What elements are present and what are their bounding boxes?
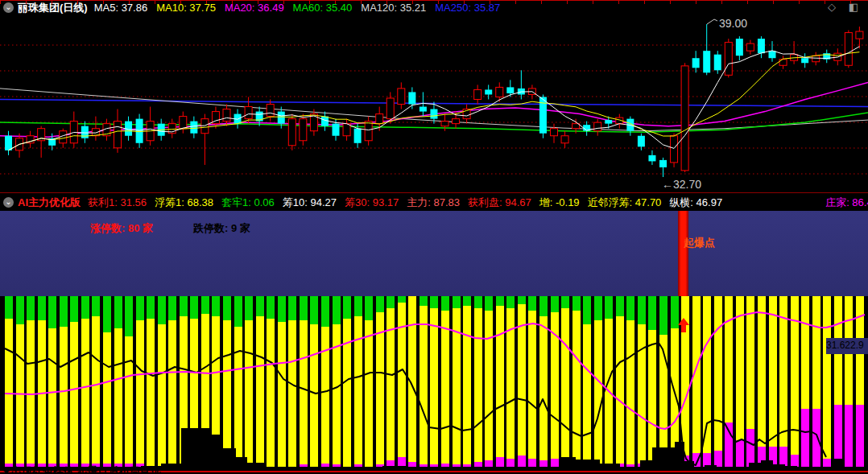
candle-body-down bbox=[5, 136, 12, 150]
green-cap bbox=[561, 296, 569, 308]
black-volume-bar bbox=[451, 468, 475, 470]
green-cap bbox=[453, 296, 461, 308]
indicator-bar bbox=[288, 296, 296, 467]
green-cap bbox=[430, 296, 438, 308]
explosion-marker-bar bbox=[678, 211, 688, 297]
ma-legend: MA5: 37.86MA10: 37.75MA20: 36.49MA60: 35… bbox=[94, 2, 510, 14]
green-cap bbox=[288, 296, 296, 320]
black-volume-bar bbox=[382, 466, 407, 470]
chevron-down-icon[interactable]: ⌄ bbox=[3, 2, 14, 13]
green-cap bbox=[386, 296, 395, 308]
chart-title: 丽珠集团(日线) bbox=[18, 1, 88, 15]
green-cap bbox=[333, 296, 341, 324]
magenta-bar bbox=[812, 409, 820, 467]
candle-body-up bbox=[746, 43, 754, 51]
candle-body-up bbox=[671, 136, 678, 163]
ma-legend-item-5: MA250: 35.87 bbox=[435, 2, 500, 14]
candle-body-up bbox=[496, 87, 503, 97]
indicator-bar bbox=[692, 296, 701, 467]
magenta-bar bbox=[823, 459, 831, 467]
black-volume-bar bbox=[640, 460, 652, 470]
candle-body-down bbox=[605, 120, 612, 124]
header-bar: ⌄ 丽珠集团(日线) MA5: 37.86MA10: 37.75MA20: 36… bbox=[0, 0, 868, 15]
indicator-bar bbox=[256, 296, 264, 467]
green-cap bbox=[136, 296, 144, 320]
magenta-bar bbox=[453, 464, 461, 467]
candle-body-up bbox=[288, 119, 296, 146]
black-volume-bar bbox=[560, 457, 576, 470]
candle-body-up bbox=[223, 109, 230, 122]
indicator-bar bbox=[136, 296, 144, 467]
candle-body-up bbox=[725, 43, 732, 76]
candle-body-up bbox=[594, 122, 601, 131]
chevron-down-icon[interactable]: ⌄ bbox=[3, 197, 14, 208]
green-cap bbox=[300, 296, 308, 320]
green-cap bbox=[659, 296, 668, 335]
green-cap bbox=[638, 296, 646, 324]
magenta-bar bbox=[856, 405, 864, 467]
indicator-bar bbox=[27, 296, 35, 467]
param-item-6: 获利盘: 94.67 bbox=[468, 196, 531, 208]
candle-body-up bbox=[681, 66, 688, 171]
black-volume-bar bbox=[694, 467, 705, 470]
black-volume-bar bbox=[785, 466, 797, 470]
black-volume-bar bbox=[576, 460, 600, 470]
stock-app-window: ⌄ 丽珠集团(日线) MA5: 37.86MA10: 37.75MA20: 36… bbox=[0, 0, 868, 474]
high-price-annotation: 39.00 bbox=[719, 17, 747, 30]
param-item-9: 纵横: 46.97 bbox=[669, 196, 722, 208]
candle-body-down bbox=[714, 55, 721, 71]
main-candlestick-chart[interactable]: 39.00←32.70 bbox=[0, 15, 868, 192]
indicator-name[interactable]: AI主力优化版 bbox=[18, 196, 81, 210]
green-cap bbox=[376, 296, 384, 312]
indicator-bar bbox=[769, 296, 777, 467]
indicator-bar bbox=[81, 296, 89, 467]
green-cap bbox=[267, 296, 275, 319]
candle-body-up bbox=[441, 122, 448, 126]
green-cap bbox=[92, 296, 100, 316]
magenta-bar bbox=[321, 464, 329, 467]
indicator-bar bbox=[168, 296, 176, 467]
indicator-bar bbox=[92, 296, 100, 467]
param-item-1: 浮筹1: 68.38 bbox=[155, 196, 213, 208]
indicator-bar bbox=[823, 296, 831, 467]
candle-body-up bbox=[376, 114, 383, 124]
black-volume-bar bbox=[761, 460, 773, 470]
magenta-bar bbox=[801, 409, 809, 467]
black-volume-bar bbox=[600, 464, 620, 470]
magenta-bar bbox=[746, 429, 754, 467]
candle-body-up bbox=[474, 89, 482, 99]
magenta-bar bbox=[779, 447, 787, 467]
param-item-3: 筹10: 94.27 bbox=[283, 196, 337, 208]
candlestick-svg: 39.00←32.70 bbox=[0, 15, 868, 192]
green-cap bbox=[70, 296, 78, 322]
indicator-panel[interactable]: 涨停数: 80 家 跌停数: 9 家 起爆点 31.622.9 ★出现红色柱体 … bbox=[0, 211, 868, 474]
indicator-bar bbox=[398, 296, 406, 467]
candle-body-up bbox=[398, 89, 405, 105]
magenta-bar bbox=[725, 422, 733, 467]
magenta-bar bbox=[736, 440, 744, 467]
magenta-bar bbox=[354, 464, 362, 467]
green-cap bbox=[354, 296, 362, 316]
green-cap bbox=[5, 296, 13, 319]
split-pane-icon[interactable]: ◧ bbox=[849, 1, 863, 13]
candle-body-down bbox=[769, 51, 776, 58]
candle-body-down bbox=[430, 109, 437, 119]
green-cap bbox=[234, 296, 242, 327]
green-cap bbox=[114, 296, 122, 328]
candle-body-down bbox=[420, 107, 427, 112]
black-volume-bar bbox=[247, 463, 266, 470]
magenta-bar bbox=[300, 464, 308, 467]
diamond-icon[interactable]: ◇ bbox=[828, 1, 841, 13]
black-volume-bar bbox=[705, 465, 717, 470]
indicator-bar bbox=[474, 296, 482, 467]
green-cap bbox=[125, 296, 133, 336]
green-cap bbox=[310, 296, 318, 324]
indicator-bar bbox=[539, 296, 548, 467]
green-cap bbox=[398, 296, 406, 303]
green-cap bbox=[441, 296, 449, 311]
green-cap bbox=[485, 296, 493, 311]
candle-body-up bbox=[180, 117, 187, 129]
magenta-bar bbox=[441, 464, 449, 467]
candle-body-down bbox=[485, 89, 492, 94]
low-price-annotation: ←32.70 bbox=[662, 178, 701, 191]
